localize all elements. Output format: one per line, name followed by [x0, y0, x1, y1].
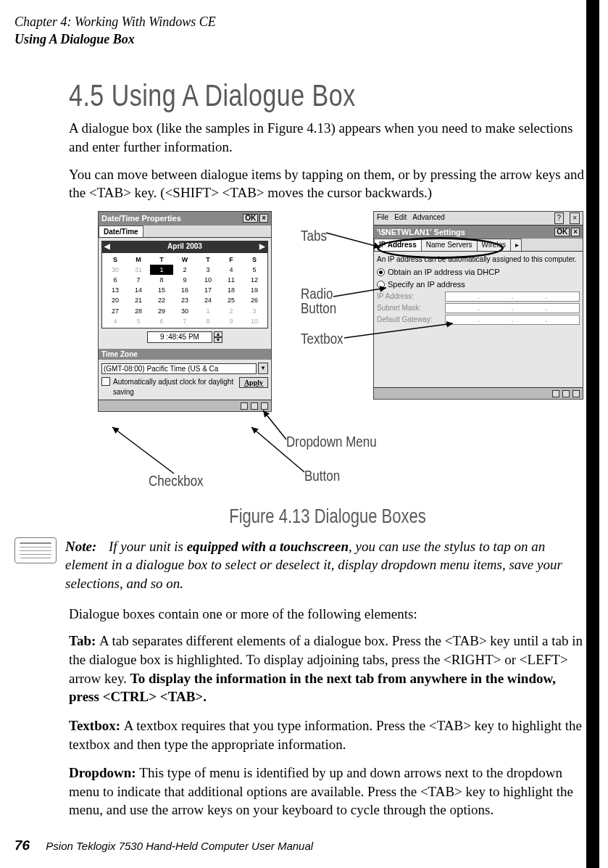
- ip-address-row: IP Address: ...: [377, 292, 580, 302]
- datetime-title: Date/Time Properties: [101, 213, 181, 224]
- intro-para-2: You can move between dialogue items by t…: [69, 165, 586, 202]
- radio-dhcp[interactable]: [377, 268, 385, 276]
- figure-area: Date/Time Properties OK × Date/Time ◀ Ap…: [69, 211, 586, 501]
- time-spinner[interactable]: ▲▼: [214, 331, 222, 343]
- note-block: Note: If your unit is equipped with a to…: [14, 537, 586, 593]
- subnet-label: Subnet Mask:: [377, 303, 442, 313]
- book-icon: [14, 537, 57, 563]
- close-button[interactable]: ×: [259, 214, 268, 223]
- anno-textbox: Textbox: [301, 330, 343, 350]
- close-button[interactable]: ×: [570, 212, 580, 224]
- gateway-input[interactable]: ...: [445, 315, 580, 325]
- def-textbox: Textbox: A textbox requires that you typ…: [69, 716, 586, 753]
- gateway-label: Default Gateway:: [377, 315, 442, 325]
- ip-address-label: IP Address:: [377, 292, 442, 302]
- menu-file[interactable]: File: [377, 212, 388, 224]
- datetime-tabs: Date/Time: [99, 226, 271, 239]
- anno-dropdown: Dropdown Menu: [286, 433, 377, 453]
- datetime-body: ◀ April 2003 ▶ S M T W T F S: [99, 238, 271, 348]
- tray-icon: [251, 402, 258, 410]
- svg-line-4: [112, 427, 174, 474]
- page-footer: 76 Psion Teklogix 7530 Hand-Held Compute…: [14, 836, 313, 855]
- time-field: ▲▼: [101, 331, 268, 343]
- header-section: Using A Dialogue Box: [14, 30, 594, 48]
- page-edge-bar: [586, 0, 599, 868]
- tray-icon: [562, 390, 570, 397]
- def-tab: Tab: A tab separates different elements …: [69, 632, 586, 706]
- network-title: '\$NETWLAN1' Settings: [377, 227, 465, 238]
- tab-scroll-right-icon[interactable]: ▸: [510, 239, 522, 251]
- datetime-dialog: Date/Time Properties OK × Date/Time ◀ Ap…: [98, 211, 272, 412]
- calendar-nav: ◀ April 2003 ▶: [101, 241, 268, 252]
- taskbar-right: [374, 387, 583, 399]
- note-body: Note: If your unit is equipped with a to…: [65, 537, 586, 593]
- anno-button: Button: [304, 467, 340, 487]
- tab-date-time[interactable]: Date/Time: [99, 226, 143, 238]
- anno-radio-2: Button: [301, 299, 336, 320]
- running-header: Chapter 4: Working With Windows CE Using…: [14, 13, 594, 49]
- figure-caption: Figure 4.13 Dialogue Boxes: [69, 503, 586, 529]
- radio-dhcp-label: Obtain an IP address via DHCP: [388, 267, 499, 278]
- dst-checkbox[interactable]: [101, 377, 110, 386]
- anno-checkbox: Checkbox: [149, 472, 204, 492]
- radio-specify-label: Specify an IP address: [388, 279, 465, 290]
- help-button[interactable]: ?: [554, 212, 565, 224]
- time-input[interactable]: [147, 331, 212, 343]
- elements-intro: Dialogue boxes contain one or more of th…: [69, 605, 586, 624]
- ok-button[interactable]: OK: [554, 228, 570, 236]
- note-label: Note:: [65, 539, 96, 554]
- menu-advanced[interactable]: Advanced: [412, 212, 444, 224]
- main-content: 4.5 Using A Dialogue Box A dialogue box …: [69, 79, 586, 819]
- taskbar-left: [99, 400, 271, 411]
- page-number: 76: [14, 838, 30, 853]
- ip-address-input[interactable]: ...: [445, 292, 580, 302]
- intro-para-1: A dialogue box (like the samples in Figu…: [69, 119, 586, 156]
- gateway-row: Default Gateway: ...: [377, 315, 580, 325]
- dst-label: Automatically adjust clock for daylight …: [113, 377, 236, 397]
- note-text: If your unit is equipped with a touchscr…: [65, 539, 562, 591]
- tray-icon: [552, 390, 559, 397]
- next-month-icon[interactable]: ▶: [259, 241, 265, 252]
- calendar-grid[interactable]: S M T W T F S 30 31 1 2: [101, 252, 268, 328]
- subnet-row: Subnet Mask: ...: [377, 303, 580, 313]
- def-dropdown: Dropdown: This type of menu is identifie…: [69, 764, 586, 819]
- datetime-titlebar: Date/Time Properties OK ×: [99, 212, 271, 226]
- apply-button[interactable]: Apply: [239, 377, 268, 388]
- timezone-body: ▼ Automatically adjust clock for dayligh…: [99, 360, 271, 400]
- close-button[interactable]: ×: [571, 228, 580, 236]
- network-body: An IP address can be automatically assig…: [374, 252, 583, 329]
- radio-dhcp-row: Obtain an IP address via DHCP: [377, 267, 580, 278]
- menu-edit[interactable]: Edit: [394, 212, 407, 224]
- network-titlebar: '\$NETWLAN1' Settings OK ×: [374, 226, 583, 239]
- tray-icon: [572, 390, 580, 397]
- tabs-highlight-circle: [377, 237, 504, 259]
- timezone-value[interactable]: [101, 363, 257, 374]
- calendar-month: April 2003: [167, 241, 202, 252]
- svg-line-0: [326, 233, 380, 247]
- footer-book-title: Psion Teklogix 7530 Hand-Held Computer U…: [46, 840, 313, 852]
- dst-row: Automatically adjust clock for daylight …: [101, 377, 268, 397]
- prev-month-icon[interactable]: ◀: [104, 241, 110, 252]
- anno-tabs: Tabs: [301, 227, 327, 247]
- subnet-input[interactable]: ...: [445, 303, 580, 313]
- tray-icon: [241, 402, 248, 410]
- header-chapter: Chapter 4: Working With Windows CE: [14, 13, 594, 30]
- menu-bar: File Edit Advanced ? ×: [374, 212, 583, 226]
- radio-specify-row: Specify an IP address: [377, 279, 580, 290]
- radio-specify[interactable]: [377, 281, 385, 289]
- ok-button[interactable]: OK: [243, 214, 258, 223]
- section-heading: 4.5 Using A Dialogue Box: [69, 75, 586, 116]
- timezone-header: Time Zone: [99, 349, 271, 360]
- tray-icon: [261, 402, 268, 410]
- timezone-dropdown[interactable]: ▼: [101, 363, 268, 374]
- dropdown-arrow-icon[interactable]: ▼: [258, 363, 268, 374]
- svg-line-3: [263, 410, 286, 439]
